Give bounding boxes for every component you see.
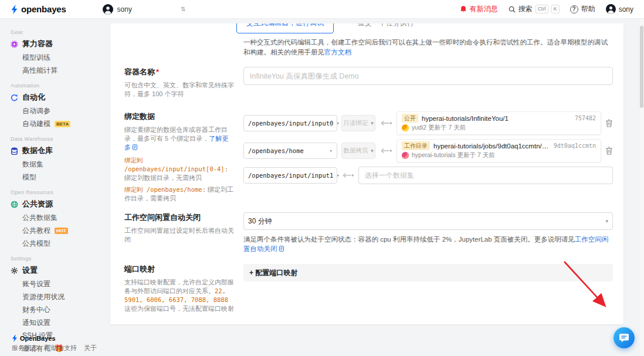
sidebar-label: 模型 — [22, 172, 36, 182]
kbd-k: K — [551, 5, 560, 13]
sidebar-label: 公共数据集 — [22, 213, 57, 223]
bind-path-select[interactable]: /openbayes/input/input1▾ — [243, 167, 337, 184]
chat-icon — [619, 333, 629, 343]
trash-icon — [605, 147, 613, 155]
sidebar-item-public-models[interactable]: 公共模型 — [0, 237, 110, 250]
dataset-card[interactable]: 公开 hyperai-tutorials/InfiniteYou/1 75748… — [396, 111, 601, 135]
kbd-ctrl: Ctrl — [535, 5, 548, 13]
sidebar-item-auto-modeling[interactable]: 自动建模 BETA — [0, 117, 110, 130]
user-avatar — [606, 4, 616, 14]
dataset-owner-avatar — [402, 152, 409, 159]
sidebar-label: 账号设置 — [22, 279, 50, 289]
sidebar-item-billing-center[interactable]: 财务中心 — [0, 303, 110, 316]
sidebar-item-automation[interactable]: 自动化 — [0, 90, 110, 104]
bind-path-select[interactable]: /openbayes/home▾ — [243, 143, 337, 159]
workspace-avatar — [103, 4, 113, 15]
workspace-selector[interactable]: sony ⇅ — [103, 4, 186, 15]
remove-binding-button[interactable] — [605, 147, 613, 155]
page: { "header": { "logo_text": "openbayes", … — [0, 0, 644, 356]
sidebar-item-hpc[interactable]: 高性能计算 — [0, 64, 110, 77]
port-mapping-hint: 支持端口映射配置，允许自定义内部服务与外部访问端口的对应关系。22, 5901,… — [124, 278, 234, 313]
logo[interactable]: openbayes — [11, 4, 66, 14]
bind-data-hint: 绑定要绑定的数据仓库或容器工作目录，最多可有 5 个绑定目录，了解更多 — [124, 126, 234, 152]
sidebar-item-compute-containers[interactable]: 算力容器 — [0, 37, 110, 51]
sidebar-label: 资源使用状况 — [22, 292, 65, 302]
globe-icon — [11, 201, 18, 208]
sidebar-item-settings[interactable]: 设置 — [0, 263, 110, 277]
dataset-id: 9dt0aq1ccmtn — [554, 143, 596, 149]
footer-logo-text: OpenBayes — [20, 335, 56, 342]
chevron-down-icon: ▾ — [605, 218, 608, 224]
footer-link-support[interactable]: 帮助与支持 — [45, 344, 77, 352]
footer-logo: OpenBayes — [12, 334, 97, 342]
tab-label: 提交一个任务执行 — [358, 23, 414, 28]
search-button[interactable]: 搜索 Ctrl K — [509, 4, 560, 14]
automation-icon — [11, 94, 18, 101]
sidebar-label: 模型训练 — [22, 53, 50, 63]
idle-shutdown-hint: 工作空间闲置超过设定时长后将自动关闭 — [124, 226, 234, 244]
bind-path-select[interactable]: /openbayes/input/input0▾ — [243, 115, 337, 131]
help-button[interactable]: ? 帮助 — [570, 4, 595, 14]
dataset-title: hyperai-tutorials/jobs/9dt0aq1ccmtn/outp… — [433, 143, 550, 150]
chat-widget-button[interactable] — [614, 327, 635, 348]
tab-interactive-editor[interactable]: 交互式编辑器，进行调试 — [236, 23, 334, 33]
tab-submit-task[interactable]: 提交一个任务执行 — [358, 23, 414, 33]
notifications-link[interactable]: 有新消息 — [460, 4, 498, 14]
binding-row-3: /openbayes/input/input1▾ — [243, 167, 613, 184]
sidebar-item-account-settings[interactable]: 账号设置 — [0, 277, 110, 290]
footer-link-about[interactable]: 关于 — [84, 344, 97, 352]
footer-link-status[interactable]: 服务状态 — [12, 344, 38, 352]
mode-description-text: 一种交互式的代码编辑工具，创建工作空间后我们可以在其上做一些即时的命令执行和尝试… — [243, 39, 608, 56]
create-container-form: 交互式编辑器，进行调试 提交一个任务执行 一种交互式的代码编辑工具，创建工作空间… — [110, 23, 623, 324]
sidebar-item-datasets[interactable]: 数据集 — [0, 158, 110, 171]
bind-arrow-icon — [379, 120, 392, 126]
dataset-title: hyperai-tutorials/InfiniteYou/1 — [422, 115, 509, 122]
workspace-name: sony — [117, 5, 132, 13]
sidebar-item-notification-settings[interactable]: 通知设置 — [0, 316, 110, 329]
scrollbar-thumb[interactable] — [640, 26, 643, 108]
hot-badge: HOT — [55, 228, 68, 234]
sidebar-caption-automation: Automation — [11, 83, 110, 89]
search-icon — [509, 6, 516, 13]
sidebar-label: 算力容器 — [22, 39, 53, 49]
add-port-mapping-button[interactable]: + 配置端口映射 — [243, 264, 613, 282]
chevron-down-icon: ▾ — [330, 148, 333, 154]
container-name-input[interactable] — [243, 67, 613, 85]
top-header: openbayes sony ⇅ 有新消息 搜索 Ctrl K ? 帮助 son… — [0, 0, 644, 19]
remove-binding-button[interactable] — [605, 119, 613, 127]
dataset-meta: hyperai-tutorials 更新于 7 天前 — [412, 151, 495, 160]
idle-shutdown-note: 满足两个条件将被认为处于空闲状态：容器的 cpu 利用率持续低于 2%，Jupy… — [243, 235, 613, 253]
database-icon — [11, 147, 18, 155]
mode-description: 一种交互式的代码编辑工具，创建工作空间后我们可以在其上做一些即时的命令执行和尝试… — [243, 38, 613, 57]
sidebar-item-auto-tuning[interactable]: 自动调参 — [0, 104, 110, 117]
dataset-id: 757482 — [575, 115, 596, 121]
sidebar-item-public-tutorials[interactable]: 公共教程 HOT — [0, 224, 110, 237]
required-mark: * — [156, 67, 159, 76]
sidebar-caption-data-warehouse: Data Warehouse — [11, 136, 110, 142]
beta-badge: BETA — [55, 121, 70, 127]
tab-label: 交互式编辑器，进行调试 — [246, 23, 324, 28]
chevron-down-icon: ▾ — [336, 120, 339, 126]
sidebar-item-public-datasets[interactable]: 公共数据集 — [0, 211, 110, 224]
official-docs-link[interactable]: 官方文档 — [324, 49, 351, 56]
dataset-picker-input[interactable] — [358, 167, 613, 184]
sidebar-item-models[interactable]: 模型 — [0, 171, 110, 184]
idle-shutdown-label: 工作空间闲置自动关闭 — [124, 212, 234, 223]
user-menu[interactable]: sony — [606, 4, 633, 14]
trash-icon — [605, 119, 613, 127]
sidebar-item-public-resources[interactable]: 公共资源 — [0, 197, 110, 211]
sidebar-label: 数据集 — [22, 160, 43, 169]
dataset-card[interactable]: 工作目录 hyperai-tutorials/jobs/9dt0aq1ccmtn… — [396, 139, 601, 162]
sidebar-item-model-training[interactable]: 模型训练 — [0, 51, 110, 64]
header-actions: 有新消息 搜索 Ctrl K ? 帮助 sony — [460, 4, 633, 14]
logo-bolt-icon — [11, 5, 18, 14]
idle-timeout-select[interactable]: 30 分钟▾ — [243, 212, 613, 230]
sidebar-item-data-warehouse[interactable]: 数据仓库 — [0, 144, 110, 158]
sidebar-item-resource-usage[interactable]: 资源使用状况 — [0, 290, 110, 303]
port-mapping-label: 端口映射 — [124, 264, 234, 274]
chevron-down-icon: ▾ — [371, 120, 374, 126]
container-name-label: 容器名称* — [124, 67, 234, 77]
binding-row-2: /openbayes/home▾ 数据拷贝▾ 工作目录 hyperai-tuto… — [243, 139, 613, 162]
dataset-visibility-tag: 公开 — [402, 114, 418, 123]
user-name: sony — [619, 5, 633, 13]
